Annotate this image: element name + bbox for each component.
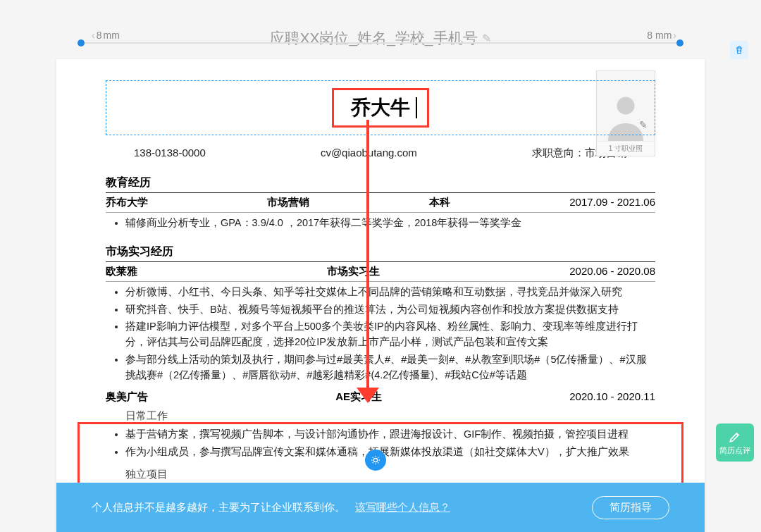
tip-link[interactable]: 该写哪些个人信息？ [355, 501, 450, 514]
ruler-right-label: 8 mm› [647, 30, 676, 41]
list-item: 参与部分线上活动的策划及执行，期间参与过#最美素人#、#最美一刻#、#从教室到职… [125, 352, 655, 383]
list-item: 分析微博、小红书、今日头条、知乎等社交媒体上不同品牌的营销策略和互动数据，寻找竞… [125, 285, 655, 300]
list-item: 研究抖音、快手、B站、视频号等短视频平台的推送算法，为公司短视频内容创作和投放方… [125, 302, 655, 318]
list-item: 作为小组成员，参与撰写品牌宣传文案和媒体通稿，拓展新媒体投放渠道（如社交媒体大V… [125, 445, 655, 460]
ruler-left-label: ‹8mm [92, 30, 120, 41]
internship-title: 市场实习经历 [106, 240, 655, 262]
exp2-row: 奥美广告 AE实习生 2020.10 - 2020.11 [106, 388, 655, 407]
contact-row: 138-0138-0000 cv@qiaobutang.com 求职意向：市场营… [106, 142, 655, 167]
edit-pencil-icon[interactable]: ✎ [639, 119, 648, 130]
name-field[interactable]: 乔大牛 [332, 88, 429, 128]
education-bullets: 辅修商业分析专业，GPA：3.9/4.0 ，2017年获得二等奖学金，2018年… [106, 213, 655, 236]
document-title[interactable]: 应聘XX岗位_姓名_学校_手机号 [270, 28, 477, 48]
exp1-row: 欧莱雅 市场实习生 2020.06 - 2020.08 [106, 262, 655, 282]
list-item: 辅修商业分析专业，GPA：3.9/4.0 ，2017年获得二等奖学金，2018年… [125, 216, 655, 231]
ruler-handle-left[interactable] [78, 39, 85, 47]
education-title: 教育经历 [106, 171, 655, 193]
chevron-left-icon[interactable]: ‹ [92, 30, 95, 41]
tip-text: 个人信息并不是越多越好，主要为了让企业联系到你。 [92, 501, 345, 514]
delete-section-button[interactable] [730, 41, 748, 59]
svg-point-1 [373, 458, 377, 462]
exp1-bullets: 分析微博、小红书、今日头条、知乎等社交媒体上不同品牌的营销策略和互动数据，寻找竞… [106, 282, 655, 388]
lightbulb-icon[interactable] [365, 450, 386, 471]
list-item: 基于营销方案，撰写视频广告脚本，与设计部沟通协作，跟进海报设计、GIF制作、视频… [125, 427, 655, 443]
resume-review-float-button[interactable]: 简历点评 [716, 423, 754, 462]
list-item: 搭建IP影响力评估模型，对多个平台上500多个美妆类IP的内容风格、粉丝属性、影… [125, 319, 655, 350]
education-row: 乔布大学 市场营销 本科 2017.09 - 2021.06 [106, 193, 655, 213]
ruler-handle-right[interactable] [676, 39, 683, 47]
ruler-bar [78, 42, 683, 44]
resume-guide-button[interactable]: 简历指导 [592, 496, 669, 519]
phone: 138-0138-0000 [134, 147, 206, 160]
name-section[interactable]: 乔大牛 ✎ [106, 80, 655, 135]
email: cv@qiaobutang.com [321, 147, 417, 160]
chevron-right-icon[interactable]: › [673, 30, 676, 41]
exp2-subhead1: 日常工作 [106, 407, 655, 424]
tip-banner: 个人信息并不是越多越好，主要为了让企业联系到你。 该写哪些个人信息？ 简历指导 [56, 483, 705, 532]
